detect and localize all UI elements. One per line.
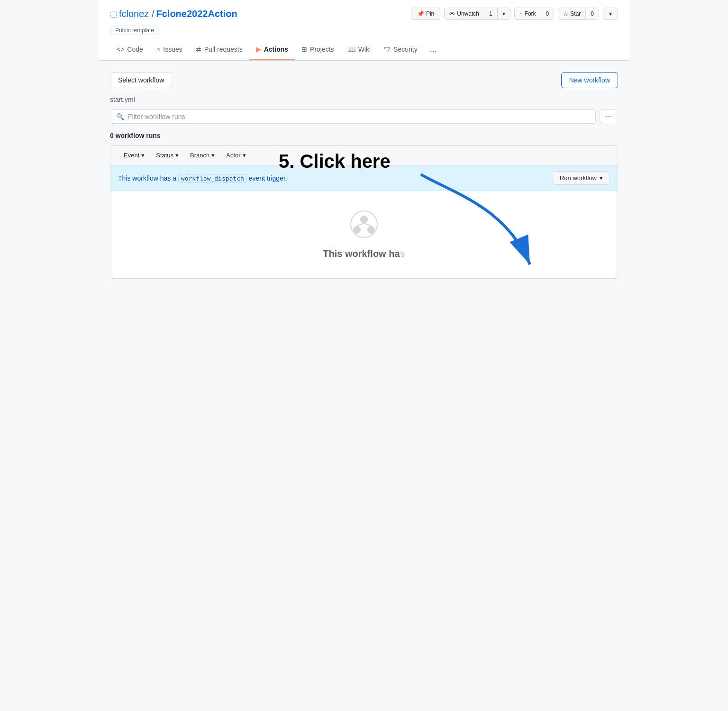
nav-more[interactable]: ... [426, 39, 441, 60]
workflow-filters-area: Event ▾ Status ▾ Branch ▾ Actor ▾ [110, 145, 618, 279]
search-icon: 🔍 [116, 113, 124, 120]
fork-icon: ⑂ [519, 10, 523, 17]
tab-projects[interactable]: ⊞ Projects [295, 40, 341, 60]
issues-icon: ○ [156, 46, 160, 53]
svg-point-0 [351, 211, 377, 237]
unwatch-count[interactable]: 1 [484, 8, 498, 19]
filter-input[interactable] [128, 113, 590, 120]
unwatch-split: 👁 Unwatch 1 ▾ [444, 8, 510, 20]
pin-icon: 📌 [417, 10, 424, 17]
projects-icon: ⊞ [301, 46, 307, 53]
tab-issues[interactable]: ○ Issues [150, 40, 189, 60]
chevron-down-icon: ▾ [211, 152, 215, 159]
star-split: ☆ Star 0 [558, 8, 599, 20]
more-options-button[interactable]: ▾ [603, 8, 618, 20]
tab-pull-requests[interactable]: ⇄ Pull requests [189, 40, 249, 60]
unwatch-button[interactable]: 👁 Unwatch [445, 8, 484, 19]
branch-filter[interactable]: Branch ▾ [184, 149, 220, 161]
repo-nav: <> Code ○ Issues ⇄ Pull requests ▶ Actio… [99, 39, 629, 61]
fork-count[interactable]: 0 [541, 8, 554, 19]
main-content: Select workflow New workflow start.yml 🔍… [99, 61, 629, 345]
eye-icon: 👁 [449, 10, 455, 17]
svg-line-5 [364, 223, 371, 226]
repo-icon: ⬚ [110, 9, 117, 18]
filter-input-wrap: 🔍 [110, 109, 596, 124]
event-filter[interactable]: Event ▾ [118, 149, 150, 161]
svg-point-2 [353, 226, 361, 234]
security-icon: 🛡 [384, 46, 391, 53]
filter-bar: 🔍 ··· [110, 109, 618, 124]
chevron-down-icon: ▾ [600, 174, 603, 182]
tab-wiki[interactable]: 📖 Wiki [341, 40, 377, 60]
chevron-down-icon: ▾ [175, 152, 179, 159]
dispatch-notice: This workflow has a workflow_dispatch ev… [110, 165, 618, 191]
dispatch-notice-text: This workflow has a workflow_dispatch ev… [118, 174, 287, 182]
star-button[interactable]: ☆ Star [558, 8, 586, 19]
dispatch-code: workflow_dispatch [178, 174, 247, 183]
actions-icon: ▶ [256, 46, 261, 53]
new-workflow-button[interactable]: New workflow [561, 72, 618, 88]
empty-state-title: This workflow has [118, 248, 610, 259]
empty-state: This workflow has [110, 191, 618, 278]
code-icon: <> [117, 46, 124, 53]
run-workflow-button[interactable]: Run workflow ▾ [553, 171, 610, 185]
svg-point-1 [360, 216, 368, 223]
status-filter[interactable]: Status ▾ [150, 149, 184, 161]
filters-row: Event ▾ Status ▾ Branch ▾ Actor ▾ [110, 146, 618, 165]
workflow-filename: start.yml [110, 96, 618, 103]
chevron-down-icon: ▾ [141, 152, 145, 159]
workflow-runs-count: 0 workflow runs [110, 132, 618, 139]
pin-button[interactable]: 📌 Pin [411, 8, 440, 20]
actions-header: Select workflow New workflow [110, 72, 618, 88]
star-icon: ☆ [563, 10, 568, 17]
fork-button[interactable]: ⑂ Fork [515, 8, 541, 19]
svg-point-3 [367, 226, 375, 234]
tab-security[interactable]: 🛡 Security [377, 40, 424, 60]
tab-actions[interactable]: ▶ Actions [249, 40, 295, 60]
github-actions-logo [118, 210, 610, 243]
svg-line-4 [357, 223, 364, 226]
pr-icon: ⇄ [196, 46, 201, 53]
filter-more-button[interactable]: ··· [600, 109, 618, 124]
fork-split: ⑂ Fork 0 [514, 8, 555, 20]
public-template-badge: Public template [110, 26, 159, 35]
tab-code[interactable]: <> Code [110, 40, 150, 60]
repo-owner: fclonez / [119, 9, 155, 19]
select-workflow-button[interactable]: Select workflow [110, 72, 172, 88]
star-count[interactable]: 0 [586, 8, 599, 19]
unwatch-dropdown[interactable]: ▾ [498, 8, 510, 19]
chevron-down-icon: ▾ [243, 152, 246, 159]
repo-name-link[interactable]: Fclone2022Action [156, 9, 237, 19]
wiki-icon: 📖 [347, 46, 355, 53]
actor-filter[interactable]: Actor ▾ [220, 149, 251, 161]
